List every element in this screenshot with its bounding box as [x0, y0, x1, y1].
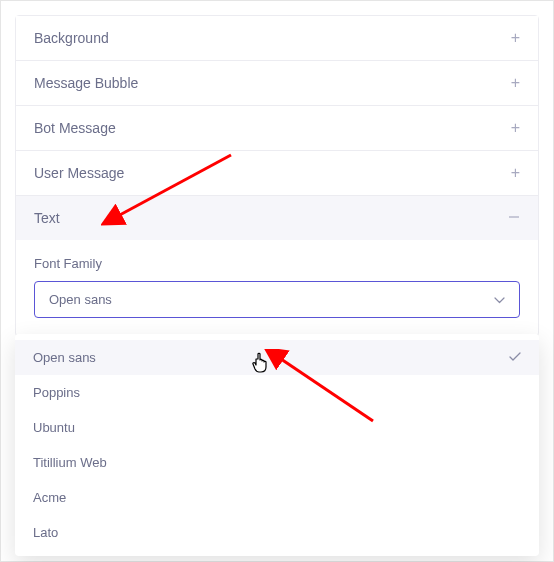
dropdown-option-poppins[interactable]: Poppins — [15, 375, 539, 410]
accordion-label: User Message — [34, 165, 124, 181]
chevron-down-icon — [494, 292, 505, 307]
option-label: Poppins — [33, 385, 80, 400]
expand-icon: + — [511, 75, 520, 91]
accordion-item-bot-message: Bot Message + — [16, 106, 538, 151]
option-label: Open sans — [33, 350, 96, 365]
accordion-body-text: Font Family Open sans — [16, 240, 538, 336]
accordion-label: Message Bubble — [34, 75, 138, 91]
dropdown-option-titillium[interactable]: Titillium Web — [15, 445, 539, 480]
settings-container: Background + Message Bubble + Bot Messag… — [0, 0, 554, 562]
dropdown-option-ubuntu[interactable]: Ubuntu — [15, 410, 539, 445]
dropdown-option-lato[interactable]: Lato — [15, 515, 539, 550]
accordion-header-message-bubble[interactable]: Message Bubble + — [16, 61, 538, 105]
font-dropdown: Open sans Poppins Ubuntu Titillium Web A… — [15, 334, 539, 556]
accordion-header-user-message[interactable]: User Message + — [16, 151, 538, 195]
option-label: Ubuntu — [33, 420, 75, 435]
option-label: Titillium Web — [33, 455, 107, 470]
accordion-label: Text — [34, 210, 60, 226]
accordion-item-user-message: User Message + — [16, 151, 538, 196]
accordion-item-background: Background + — [16, 16, 538, 61]
accordion-item-text: Text Font Family Open sans — [16, 196, 538, 336]
select-value: Open sans — [49, 292, 112, 307]
accordion-header-bot-message[interactable]: Bot Message + — [16, 106, 538, 150]
accordion-header-text[interactable]: Text — [16, 196, 538, 240]
accordion-label: Bot Message — [34, 120, 116, 136]
accordion-label: Background — [34, 30, 109, 46]
accordion-panel: Background + Message Bubble + Bot Messag… — [15, 15, 539, 337]
dropdown-option-open-sans[interactable]: Open sans — [15, 340, 539, 375]
font-family-select[interactable]: Open sans — [34, 281, 520, 318]
expand-icon: + — [511, 30, 520, 46]
expand-icon: + — [511, 120, 520, 136]
dropdown-option-acme[interactable]: Acme — [15, 480, 539, 515]
accordion-item-message-bubble: Message Bubble + — [16, 61, 538, 106]
expand-icon: + — [511, 165, 520, 181]
option-label: Acme — [33, 490, 66, 505]
collapse-icon — [508, 210, 520, 226]
font-family-label: Font Family — [34, 256, 520, 271]
check-icon — [509, 350, 521, 365]
accordion-header-background[interactable]: Background + — [16, 16, 538, 60]
option-label: Lato — [33, 525, 58, 540]
